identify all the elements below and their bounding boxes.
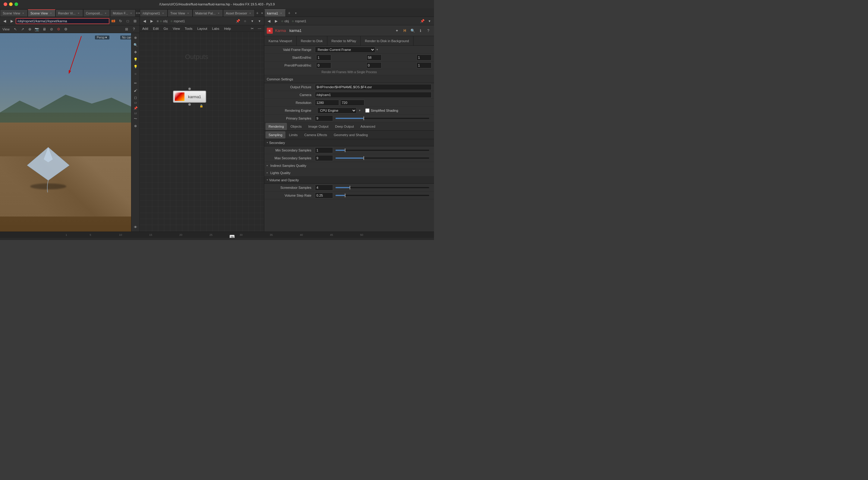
menu-add[interactable]: Add bbox=[141, 27, 150, 30]
nav-forward-button[interactable]: ▶ bbox=[8, 18, 15, 24]
node-body[interactable]: karma1 🔒 bbox=[173, 91, 206, 103]
tl-to-start-btn[interactable]: ⏮ bbox=[2, 240, 9, 240]
node-back-btn[interactable]: ◀ bbox=[141, 18, 148, 24]
menu-layout[interactable]: Layout bbox=[196, 27, 209, 30]
karma-h-btn[interactable]: H bbox=[401, 27, 408, 34]
timeline-ruler[interactable]: 1 5 10 15 20 25 29 30 35 40 45 50 bbox=[0, 232, 434, 238]
close-button[interactable] bbox=[4, 2, 7, 6]
tab-render-view[interactable]: Render Vi... × bbox=[56, 9, 83, 16]
keys-down-btn[interactable]: ▼ bbox=[425, 240, 432, 240]
erase-icon[interactable]: ◻ bbox=[132, 94, 139, 101]
rendering-engine-select[interactable]: CPU Engine bbox=[317, 107, 356, 113]
props-layout-btn[interactable]: ▾ bbox=[426, 18, 433, 24]
node-cam-btn[interactable]: ○ bbox=[242, 18, 248, 24]
tab-close-icon[interactable]: × bbox=[49, 11, 53, 15]
keys-refresh-icon[interactable]: ↻ bbox=[377, 240, 384, 240]
simplified-shading-checkbox[interactable] bbox=[365, 108, 370, 113]
end-frame-input[interactable] bbox=[367, 55, 381, 61]
postroll-input[interactable] bbox=[367, 62, 381, 68]
tab-motion[interactable]: Motion F... × bbox=[110, 9, 135, 16]
node-connector-top[interactable] bbox=[188, 88, 191, 90]
ambient-icon[interactable]: ○ bbox=[132, 70, 139, 77]
tab-close-icon[interactable]: × bbox=[22, 11, 25, 15]
tab-close-icon[interactable]: × bbox=[104, 11, 107, 15]
menu-edit[interactable]: Edit bbox=[152, 27, 160, 30]
min-secondary-track[interactable] bbox=[336, 150, 429, 151]
resolution-h-input[interactable] bbox=[340, 100, 364, 106]
add-icon[interactable]: ⊕ bbox=[132, 123, 139, 129]
props-pin-btn[interactable]: 📌 bbox=[419, 18, 426, 24]
tab-add-left[interactable]: + bbox=[135, 9, 138, 16]
min-secondary-input[interactable] bbox=[315, 147, 333, 153]
brush-icon[interactable]: ✏ bbox=[132, 80, 139, 87]
max-secondary-input[interactable] bbox=[315, 155, 333, 161]
tl-step-btn[interactable]: ⏭ bbox=[56, 240, 63, 240]
render-tab-viewport[interactable]: Karma Viewport bbox=[264, 36, 297, 46]
tl-next-frame-btn[interactable]: ▶▶ bbox=[33, 240, 39, 240]
help-btn[interactable]: ? bbox=[130, 26, 137, 33]
node-forward-btn[interactable]: ▶ bbox=[148, 18, 155, 24]
screendoor-input[interactable] bbox=[315, 184, 333, 191]
tab-close-icon[interactable]: × bbox=[248, 11, 252, 15]
tab-scene-view-1[interactable]: Scene View × bbox=[0, 9, 28, 16]
primary-samples-track[interactable] bbox=[336, 118, 429, 119]
tab-close-icon[interactable]: × bbox=[161, 11, 165, 15]
subsubtab-limits[interactable]: Limits bbox=[286, 131, 301, 139]
tl-to-end-btn[interactable]: ⏭ bbox=[40, 240, 47, 240]
camera-icon[interactable] bbox=[110, 18, 117, 24]
address-bar[interactable] bbox=[16, 18, 110, 24]
karma-node[interactable]: karma1 🔒 bbox=[173, 88, 206, 106]
subtab-objects[interactable]: Objects bbox=[287, 123, 305, 130]
subsubtab-sampling[interactable]: Sampling bbox=[266, 131, 285, 139]
fullscreen-button[interactable] bbox=[14, 2, 18, 6]
tab-overflow-middle[interactable]: ▾ bbox=[260, 9, 264, 16]
tl-play-btn[interactable]: ▶ bbox=[25, 240, 31, 240]
subtab-image-output[interactable]: Image Output bbox=[305, 123, 332, 130]
tab-add-middle[interactable]: + bbox=[255, 9, 260, 16]
view-icon[interactable]: ⊞ bbox=[132, 18, 138, 24]
minimize-button[interactable] bbox=[9, 2, 13, 6]
handle-btn[interactable]: ⚙ bbox=[63, 26, 69, 33]
subsubtab-geometry-shading[interactable]: Geometry and Shading bbox=[331, 131, 371, 139]
tab-overflow-right[interactable]: ▾ bbox=[293, 9, 299, 16]
node-editor-area[interactable]: Outputs karma1 🔒 bbox=[140, 32, 264, 232]
menu-labs[interactable]: Labs bbox=[211, 27, 221, 30]
tab-close-icon[interactable]: × bbox=[129, 11, 133, 15]
start-frame-input[interactable] bbox=[316, 55, 331, 61]
output-picture-input[interactable] bbox=[315, 84, 432, 90]
tl-record-btn[interactable]: ⏺ bbox=[48, 240, 55, 240]
snap-btn[interactable]: ⚙ bbox=[56, 26, 62, 33]
stop-btn[interactable]: ⊘ bbox=[48, 26, 55, 33]
orbit-icon[interactable]: ⊕ bbox=[132, 34, 139, 41]
node-pin-btn[interactable]: 📌 bbox=[235, 18, 241, 24]
viewport-persp-label[interactable]: Persp▼ bbox=[95, 36, 110, 39]
tab-compositor[interactable]: Composit... × bbox=[83, 9, 110, 16]
screendoor-track[interactable] bbox=[336, 187, 429, 188]
primary-samples-thumb[interactable] bbox=[364, 116, 364, 120]
render-tab-mplay[interactable]: Render to MPlay bbox=[327, 36, 361, 46]
tab-add-right[interactable]: + bbox=[286, 9, 293, 16]
max-secondary-thumb[interactable] bbox=[364, 156, 364, 160]
layout-btn[interactable]: ⊞ bbox=[123, 26, 130, 33]
max-secondary-track[interactable] bbox=[336, 158, 429, 159]
playhead[interactable]: 29 bbox=[230, 235, 235, 238]
karma-star-btn[interactable]: ✦ bbox=[394, 27, 400, 34]
eye-icon[interactable]: 👁 bbox=[132, 224, 139, 230]
min-secondary-thumb[interactable] bbox=[345, 148, 345, 152]
camera-input[interactable] bbox=[315, 92, 432, 98]
tab-asset-browser[interactable]: Asset Browser × bbox=[223, 9, 255, 16]
node-overflow-btn[interactable]: ▾ bbox=[256, 18, 263, 24]
nav-back-button[interactable]: ◀ bbox=[1, 18, 8, 24]
pan-icon[interactable]: ✥ bbox=[132, 49, 139, 56]
light-icon[interactable]: 💡 bbox=[132, 56, 139, 63]
menu-go[interactable]: Go bbox=[162, 27, 169, 30]
tab-tree-view[interactable]: Tree View × bbox=[167, 9, 193, 16]
node-dots-btn[interactable]: ⋯ bbox=[256, 25, 263, 32]
volume-step-input[interactable] bbox=[315, 193, 333, 199]
node-scissors-btn[interactable]: ✂ bbox=[249, 25, 255, 32]
indirect-samples-row[interactable]: ▸ Indirect Samples Quality bbox=[264, 162, 434, 169]
props-forward-btn[interactable]: ▶ bbox=[273, 18, 279, 24]
tab-karma1[interactable]: karma1 × bbox=[264, 9, 286, 16]
valid-frame-range-select[interactable]: Render Current Frame bbox=[315, 47, 375, 53]
karma-search-btn[interactable]: 🔍 bbox=[409, 27, 416, 34]
